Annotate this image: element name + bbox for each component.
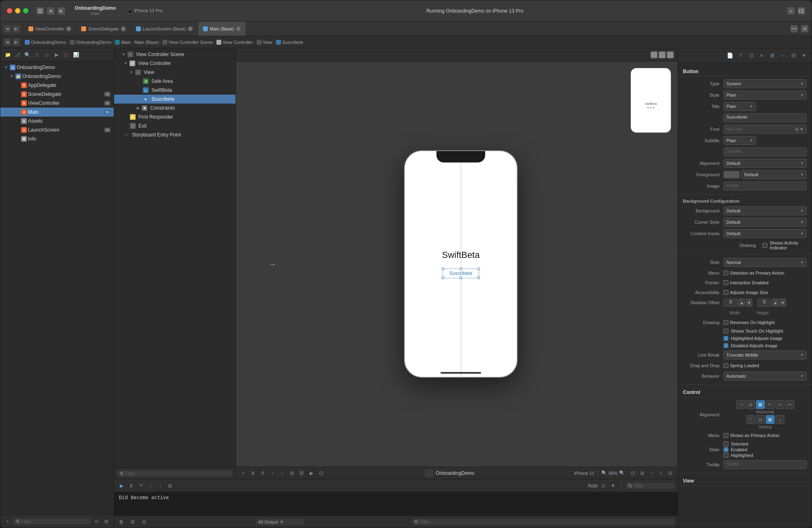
background-select[interactable]: Default ▼ (723, 206, 807, 215)
nav-reports-icon[interactable]: 📊 (72, 51, 80, 59)
breadcrumb-project[interactable]: OnboardingDemo (25, 40, 66, 45)
refresh-icon[interactable]: ↺ (259, 469, 267, 477)
content-insets-select[interactable]: Default ▼ (723, 229, 807, 238)
nav-folder-icon[interactable]: 📁 (4, 51, 12, 59)
tab-close-icon[interactable]: ✕ (236, 26, 241, 31)
title-style-select[interactable]: Plain ▼ (723, 102, 756, 111)
stop-icon[interactable]: ■ (47, 7, 54, 15)
tree-item-group[interactable]: ▼ 📁 OnboardingDemo (0, 72, 114, 81)
shadow-width-input[interactable]: 0 (723, 299, 738, 307)
shows-touch-checkbox[interactable] (723, 329, 728, 333)
debug-settings-icon[interactable]: ⊙ (599, 482, 607, 490)
v-align-center-btn[interactable]: ⊟ (756, 415, 765, 424)
outline-vc-scene[interactable]: ▼ □ View Controller Scene (114, 50, 235, 59)
h-align-trailing-btn[interactable]: ↦ (785, 400, 794, 409)
tab-close-icon[interactable]: ✕ (188, 26, 193, 31)
grid-icon[interactable]: ⊞ (288, 469, 296, 477)
run-icon[interactable]: ▶ (58, 7, 65, 15)
debug-run-icon[interactable]: ▶ (117, 482, 125, 490)
inspector-size-tab[interactable]: ⊞ (768, 51, 777, 60)
split-editor-icon[interactable]: ⊞ (801, 25, 808, 32)
debug-view-toggle-icon[interactable]: ⊞ (129, 518, 137, 526)
tree-item-project[interactable]: ▼ ◻ OnboardingDemo (0, 63, 114, 72)
nav-source-icon[interactable]: ⎇ (13, 51, 22, 59)
outline-vc[interactable]: ▼ V View Controller (114, 59, 235, 68)
layout-icon1[interactable]: ⊡ (629, 469, 637, 477)
line-break-select[interactable]: Truncate Middle ▼ (723, 351, 807, 359)
inspector-identity-tab[interactable]: ⊡ (747, 51, 756, 60)
debug-filter-right-field[interactable]: Filter (412, 519, 674, 525)
outline-filter-field[interactable]: Filter (117, 470, 232, 477)
debug-pause-icon[interactable]: ⏸ (127, 482, 135, 490)
nav-search-icon[interactable]: 🔍 (23, 51, 31, 59)
image-input[interactable]: Image (723, 182, 807, 190)
tab-launchscreen[interactable]: LaunchScreen (Base) ✕ (131, 22, 198, 36)
minimize-button[interactable] (15, 8, 20, 13)
inspector-bindings-tab[interactable]: ⊟ (789, 51, 798, 60)
debug-filter-icon[interactable]: ▼ (609, 482, 617, 490)
canvas-tool3[interactable] (667, 52, 674, 58)
menu-checkbox[interactable] (723, 270, 728, 275)
subtitle-text-input[interactable]: Subtitle (723, 147, 807, 156)
canvas-tool1[interactable] (651, 52, 657, 58)
outline-first-responder[interactable]: R First Responder (114, 113, 235, 121)
font-control[interactable]: No Font ⊞ ▼ (723, 125, 807, 134)
inspector-attrs-tab[interactable]: ≡ (757, 51, 766, 60)
tab-back-arrow[interactable]: ◀ (4, 25, 11, 32)
shadow-width-up[interactable]: ▲ (739, 299, 745, 307)
inspector-toggle-icon[interactable] (798, 7, 805, 15)
debug-step-out-icon[interactable]: ↑ (156, 482, 164, 490)
debug-view-toggle2-icon[interactable]: ⊟ (140, 518, 148, 526)
drawing-checkbox[interactable] (762, 243, 767, 248)
expand-icon[interactable]: ⊡ (317, 469, 325, 477)
debug-memory-icon[interactable]: ⊞ (166, 482, 174, 490)
outline-entry-point[interactable]: → Storyboard Entry Point (114, 130, 235, 139)
filter-recent-icon[interactable]: ⊞ (102, 517, 110, 526)
layout-icon5[interactable]: ⊟ (666, 469, 674, 477)
tree-item-appdelegate[interactable]: S AppDelegate (0, 81, 114, 90)
tree-item-info[interactable]: ⊞ Info (0, 134, 114, 143)
zoom-out-icon[interactable]: 🔍 (601, 470, 607, 476)
layout-icon4[interactable]: ⤡ (657, 469, 665, 477)
highlighted-adjusts-checkbox[interactable] (723, 336, 728, 341)
shadow-height-down[interactable]: ▼ (780, 299, 786, 307)
tree-item-scenedelegate[interactable]: S SceneDelegate M (0, 90, 114, 99)
reverses-checkbox[interactable] (723, 320, 728, 325)
breadcrumb-button[interactable]: Suscribete (276, 40, 303, 45)
zoom-control[interactable]: 🔍 68% 🔍 (601, 470, 625, 476)
tab-close-icon[interactable]: ✕ (121, 26, 126, 31)
zoom-in-icon[interactable]: 🔍 (619, 470, 625, 476)
arrow-down-icon[interactable]: ↓ (278, 469, 286, 477)
breadcrumb-vc-scene[interactable]: View Controller Scene (162, 40, 213, 45)
tab-scenedelegate[interactable]: SceneDelegate ✕ (76, 22, 131, 36)
inspector-effects-tab[interactable]: ✦ (799, 51, 808, 60)
breadcrumb-forward[interactable]: ▶ (13, 39, 20, 46)
close-button[interactable] (7, 8, 12, 13)
debug-filter-left-field[interactable]: Filter (626, 483, 674, 489)
h-align-leading-btn[interactable]: ↤ (775, 400, 784, 409)
layout-icon2[interactable]: ⊞ (638, 469, 646, 477)
behavior-select[interactable]: Automatic ▼ (723, 372, 807, 381)
inspector-connections-tab[interactable]: ↔ (778, 51, 787, 60)
debug-step-in-icon[interactable]: ↓ (147, 482, 155, 490)
sidebar-toggle-icon[interactable] (37, 7, 44, 15)
breadcrumb-main[interactable]: Main (115, 40, 131, 45)
tab-close-icon[interactable]: ✕ (66, 26, 71, 31)
accessibility-checkbox[interactable] (723, 290, 728, 295)
h-align-fill-btn[interactable]: ⊠ (756, 400, 765, 409)
play-icon[interactable]: ▶ (307, 469, 315, 477)
navigator-filter-field[interactable]: Filter (13, 518, 91, 525)
style-select[interactable]: Plain ▼ (723, 91, 807, 100)
add-icon[interactable]: + (787, 7, 795, 15)
filter-options-icon[interactable]: ⊙ (93, 517, 101, 526)
outline-swiftbeta[interactable]: L SwiftBeta (114, 86, 235, 95)
h-align-right-btn[interactable]: ⊢ (766, 400, 775, 409)
nav-issues-icon[interactable]: ⚠ (33, 51, 41, 59)
tree-item-viewcontroller[interactable]: S ViewController M (0, 99, 114, 108)
state-selected-checkbox[interactable] (723, 441, 728, 446)
nav-debug-icon[interactable]: ▶ (52, 51, 60, 59)
outline-constraints[interactable]: ▶ ⊞ Constraints (114, 104, 235, 113)
state-enabled-checkbox[interactable] (723, 447, 728, 452)
tooltip-input[interactable]: Tooltip (723, 460, 807, 469)
inspector-file-tab[interactable]: 📄 (726, 51, 734, 60)
